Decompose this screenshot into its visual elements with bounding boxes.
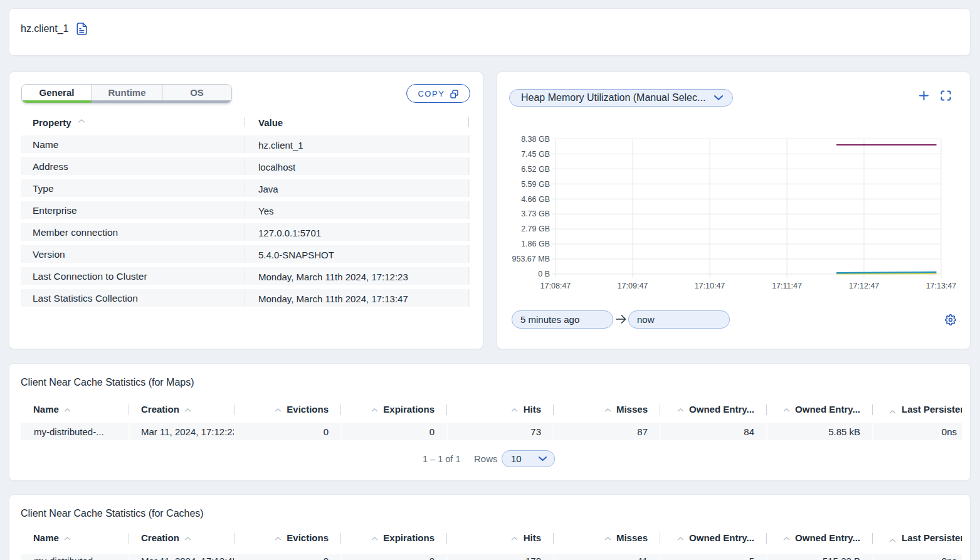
svg-text:17:08:47: 17:08:47 xyxy=(540,282,571,290)
svg-text:2.79 GB: 2.79 GB xyxy=(521,225,550,233)
svg-text:3.73 GB: 3.73 GB xyxy=(521,209,550,218)
svg-text:17:13:47: 17:13:47 xyxy=(926,282,957,290)
svg-text:4.66 GB: 4.66 GB xyxy=(521,195,550,204)
svg-text:17:12:47: 17:12:47 xyxy=(849,282,880,290)
svg-text:8.38 GB: 8.38 GB xyxy=(521,135,550,144)
svg-text:0 B: 0 B xyxy=(538,270,550,278)
svg-text:17:11:47: 17:11:47 xyxy=(772,282,802,290)
svg-text:6.52 GB: 6.52 GB xyxy=(521,165,550,174)
svg-text:953.67 MB: 953.67 MB xyxy=(512,255,550,263)
svg-text:17:09:47: 17:09:47 xyxy=(618,282,648,290)
svg-text:1.86 GB: 1.86 GB xyxy=(521,240,550,248)
svg-text:17:10:47: 17:10:47 xyxy=(695,282,725,290)
svg-text:5.59 GB: 5.59 GB xyxy=(521,180,550,189)
svg-text:7.45 GB: 7.45 GB xyxy=(521,150,550,159)
